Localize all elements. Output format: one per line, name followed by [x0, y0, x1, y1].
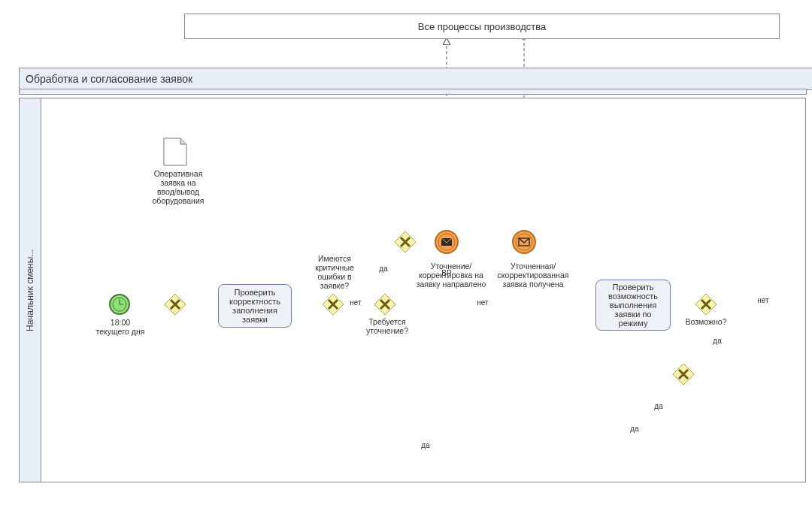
pool-title: Обработка и согласование заявок [26, 73, 192, 85]
lane-body [41, 98, 806, 482]
task-check-feasibility: Проверить возможность выполнения заявки … [595, 280, 671, 331]
gateway-lower [672, 363, 695, 386]
event-message-send [434, 229, 459, 255]
event-message-receive [511, 229, 537, 255]
lane-label: Начальник смены... [19, 98, 41, 482]
data-object-label: Оперативная заявка на ввод/вывод оборудо… [137, 169, 220, 205]
edge-label-da-545: да [651, 402, 666, 411]
edge-label-da-575: да [627, 425, 642, 434]
start-timer-event [108, 293, 131, 316]
edge-label-possible-no: нет [752, 296, 774, 305]
gateway-possible-label: Возможно? [683, 317, 729, 326]
gateway-clarify-label: Требуется уточнение? [361, 317, 414, 335]
bpmn-diagram: Все процессы производства Обработка и со… [0, 0, 812, 511]
participant-top: Все процессы производства [184, 14, 780, 39]
gateway-errors [322, 293, 344, 316]
pool-header: Обработка и согласование заявок [19, 68, 812, 90]
gateway-merge-1 [164, 293, 186, 316]
data-object-icon [162, 137, 188, 167]
lane-title: Начальник смены... [25, 249, 35, 331]
edge-label-clarify-yes: да [376, 265, 391, 274]
edge-label-clarify-no: нет [474, 298, 492, 307]
start-event-label: 18:00 текущего дня [90, 318, 150, 336]
event-message-receive-label: Уточненная/ скорректированная заявка пол… [491, 262, 575, 289]
participant-top-title: Все процессы производства [418, 21, 546, 32]
msg-in-label: ВР [441, 269, 453, 278]
gateway-upper [394, 231, 417, 253]
gateway-errors-label: Имеются критичные ошибки в заявке? [302, 254, 367, 290]
edge-label-possible-yes: да [710, 337, 725, 346]
pool-separator [19, 89, 807, 95]
edge-label-da-597: да [418, 441, 433, 450]
gateway-clarify [374, 293, 396, 316]
gateway-possible [695, 293, 717, 316]
task-check-correctness: Проверить корректность заполнения заявки [218, 284, 292, 328]
edge-label-errors-no: нет [347, 298, 365, 307]
